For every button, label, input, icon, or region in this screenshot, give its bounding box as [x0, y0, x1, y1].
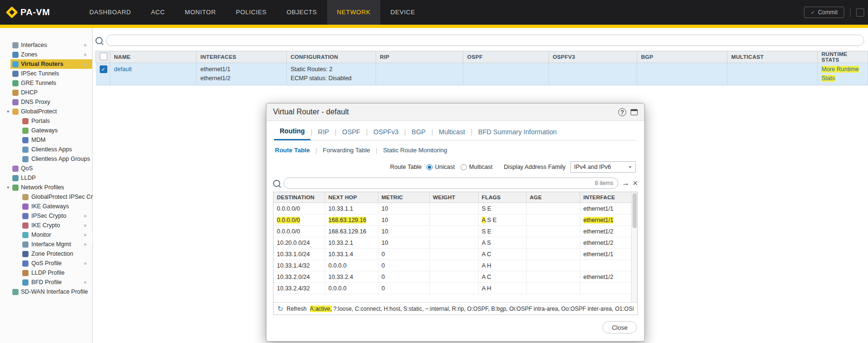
- legend-text: ?:loose, C:connect, H:host, S:static, ~:…: [332, 306, 633, 312]
- select-all-checkbox[interactable]: [100, 53, 107, 60]
- ike-gateways-icon: [22, 204, 28, 210]
- window-icon[interactable]: [631, 109, 638, 115]
- route-cell-flags: A S E: [478, 214, 526, 226]
- qos-profile-icon: [22, 260, 28, 267]
- route-column-header-destination[interactable]: DESTINATION: [274, 192, 325, 203]
- route-cell-destination: 0.0.0.0/0: [274, 203, 325, 214]
- interface-mgmt-icon: [22, 241, 28, 248]
- route-column-header-interface[interactable]: INTERFACE: [580, 192, 632, 203]
- nav-item-dashboard[interactable]: DASHBOARD: [79, 0, 141, 25]
- route-column-header-metric[interactable]: METRIC: [378, 192, 429, 203]
- refresh-label[interactable]: Refresh: [287, 306, 307, 312]
- collapse-arrow-icon[interactable]: ▼: [6, 185, 10, 190]
- tab-routing[interactable]: Routing: [274, 127, 311, 140]
- nav-item-policies[interactable]: POLICIES: [226, 0, 277, 25]
- sidebar-item-interfaces[interactable]: Interfaces: [0, 40, 92, 50]
- nav-item-device[interactable]: DEVICE: [380, 0, 425, 25]
- tab-rip[interactable]: RIP: [312, 128, 335, 140]
- route-column-header-next-hop[interactable]: NEXT HOP: [325, 192, 378, 203]
- dialog-search-input[interactable]: [289, 179, 592, 187]
- sidebar-item-portals[interactable]: Portals: [0, 116, 92, 126]
- route-column-header-age[interactable]: AGE: [526, 192, 580, 203]
- vr-row[interactable]: ✓defaultethernet1/1ethernet1/2Static Rou…: [96, 63, 868, 85]
- sidebar-item-gre-tunnels[interactable]: GRE Tunnels: [0, 78, 92, 88]
- column-header-bgp[interactable]: BGP: [637, 51, 727, 63]
- sidebar-item-lldp[interactable]: LLDP: [0, 173, 92, 183]
- row-checkbox[interactable]: ✓: [100, 65, 107, 73]
- more-runtime-stats-link[interactable]: More Runtime Stats: [821, 66, 859, 82]
- clear-filter-icon[interactable]: ×: [632, 179, 638, 187]
- sidebar-item-sd-wan-interface-profile[interactable]: SD-WAN Interface Profile: [0, 287, 92, 297]
- nav-item-acc[interactable]: ACC: [141, 0, 175, 25]
- commit-button[interactable]: ✓ Commit: [804, 7, 844, 18]
- clientless-apps-icon: [22, 147, 28, 153]
- sidebar-item-label: IPSec Tunnels: [21, 70, 59, 77]
- sidebar-item-qos-profile[interactable]: QoS Profile: [0, 259, 92, 268]
- vr-table-body: ✓defaultethernet1/1ethernet1/2Static Rou…: [96, 63, 868, 85]
- refresh-icon[interactable]: ↻: [277, 305, 283, 312]
- tasks-icon[interactable]: [856, 9, 864, 17]
- sidebar-item-globalprotect-ipsec-crypto[interactable]: GlobalProtect IPSec Crypto: [0, 192, 92, 202]
- sidebar-item-clientless-app-groups[interactable]: Clientless App Groups: [0, 154, 92, 164]
- ike-crypto-icon: [22, 222, 28, 229]
- tab-ospfv3[interactable]: OSPFv3: [368, 128, 404, 140]
- scrollbar-thumb[interactable]: [632, 193, 637, 228]
- sidebar-item-mdm[interactable]: MDM: [0, 135, 92, 145]
- sidebar-item-ipsec-tunnels[interactable]: IPSec Tunnels: [0, 69, 92, 78]
- subtab-static-route-monitoring[interactable]: Static Route Monitoring: [377, 147, 453, 154]
- sidebar-item-lldp-profile[interactable]: LLDP Profile: [0, 268, 92, 278]
- tab-bgp[interactable]: BGP: [406, 128, 432, 140]
- column-header-rip[interactable]: RIP: [376, 51, 463, 63]
- sidebar-item-gateways[interactable]: Gateways: [0, 126, 92, 135]
- flags-legend: A:active, ?:loose, C:connect, H:host, S:…: [310, 306, 633, 312]
- route-row: 10.20.0.0/2410.33.2.110A Sethernet1/2: [274, 237, 632, 249]
- nav-item-network[interactable]: NETWORK: [327, 0, 381, 25]
- radio-unicast[interactable]: Unicast: [426, 164, 455, 170]
- route-column-header-flags[interactable]: FLAGS: [478, 192, 526, 203]
- nav-item-monitor[interactable]: MONITOR: [175, 0, 226, 25]
- sidebar-item-dhcp[interactable]: DHCP: [0, 88, 92, 97]
- help-icon[interactable]: ?: [618, 108, 626, 116]
- sidebar-item-network-profiles[interactable]: ▼Network Profiles: [0, 183, 92, 192]
- sidebar-item-virtual-routers[interactable]: Virtual Routers: [0, 59, 92, 69]
- column-header-configuration[interactable]: CONFIGURATION: [287, 51, 376, 63]
- column-header-interfaces[interactable]: INTERFACES: [197, 51, 287, 63]
- brand: PA-VM: [0, 7, 57, 18]
- sidebar-item-ike-crypto[interactable]: IKE Crypto: [0, 221, 92, 230]
- tab-bfd-summary-information[interactable]: BFD Summary Information: [472, 128, 563, 140]
- subtab-route-table[interactable]: Route Table: [274, 147, 315, 154]
- main-search-input[interactable]: [111, 37, 859, 44]
- sidebar-item-bfd-profile[interactable]: BFD Profile: [0, 278, 92, 287]
- sidebar-item-dns-proxy[interactable]: DNS Proxy: [0, 97, 92, 107]
- collapse-arrow-icon[interactable]: ▼: [6, 110, 10, 114]
- tab-ospf[interactable]: OSPF: [337, 128, 366, 140]
- sidebar-item-globalprotect[interactable]: ▼GlobalProtect: [0, 107, 92, 116]
- sidebar-item-qos[interactable]: QoS: [0, 164, 92, 173]
- route-table-label: Route Table: [390, 164, 422, 170]
- route-column-header-weight[interactable]: WEIGHT: [429, 192, 478, 203]
- address-family-select[interactable]: IPv4 and IPv6 ▼: [570, 161, 636, 173]
- column-header-runtime-stats[interactable]: RUNTIME STATS: [818, 51, 868, 63]
- sidebar-item-ike-gateways[interactable]: IKE Gateways: [0, 202, 92, 211]
- sidebar-item-interface-mgmt[interactable]: Interface Mgmt: [0, 240, 92, 249]
- sidebar-item-zones[interactable]: Zones: [0, 50, 92, 59]
- close-button[interactable]: Close: [603, 321, 637, 334]
- radio-multicast[interactable]: Multicast: [461, 164, 492, 170]
- sidebar-item-label: MDM: [31, 137, 46, 143]
- subtab-forwarding-table[interactable]: Forwarding Table: [317, 147, 376, 154]
- column-header-name[interactable]: NAME: [110, 51, 197, 63]
- column-header-ospfv3[interactable]: OSPFV3: [549, 51, 637, 63]
- sidebar-item-ipsec-crypto[interactable]: IPSec Crypto: [0, 211, 92, 221]
- vr-name-link[interactable]: default: [114, 66, 132, 73]
- sidebar-item-zone-protection[interactable]: Zone Protection: [0, 249, 92, 259]
- route-cell-metric: 10: [378, 203, 429, 214]
- sidebar-item-clientless-apps[interactable]: Clientless Apps: [0, 145, 92, 154]
- sidebar-item-monitor[interactable]: Monitor: [0, 230, 92, 240]
- tab-multicast[interactable]: Multicast: [433, 128, 471, 140]
- route-cell-weight: [429, 249, 478, 260]
- apply-filter-icon[interactable]: →: [622, 179, 629, 187]
- column-header-multicast[interactable]: MULTICAST: [727, 51, 818, 63]
- sidebar-item-label: GRE Tunnels: [21, 80, 56, 86]
- nav-item-objects[interactable]: OBJECTS: [276, 0, 327, 25]
- column-header-ospf[interactable]: OSPF: [463, 51, 549, 63]
